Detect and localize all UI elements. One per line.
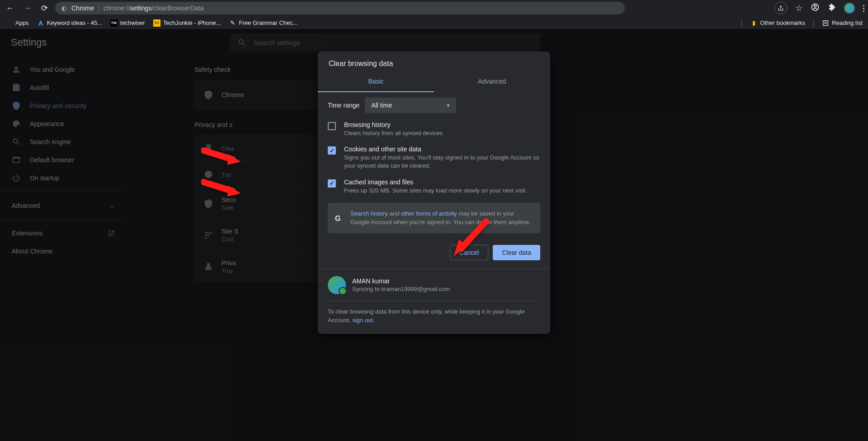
google-logo-icon: G bbox=[335, 213, 344, 222]
user-info-row: AMAN kumar Syncing to kraman19999@gmail.… bbox=[328, 276, 540, 301]
bookmark-item[interactable]: ✎ Free Grammar Chec... bbox=[229, 19, 298, 27]
back-button[interactable]: ← bbox=[4, 2, 16, 14]
tj-icon: TJ bbox=[153, 19, 160, 27]
browser-toolbar: ← → ⟳ ◐ Chrome chrome://settings/clearBr… bbox=[0, 0, 868, 16]
address-bar[interactable]: ◐ Chrome chrome://settings/clearBrowserD… bbox=[55, 2, 625, 14]
pen-icon: ✎ bbox=[229, 19, 236, 27]
settings-page: Settings Search settings You and Google … bbox=[0, 30, 868, 441]
profile-avatar[interactable] bbox=[844, 3, 855, 14]
modal-title: Clear browsing data bbox=[318, 52, 550, 71]
bookmarks-bar: Apps Keyword ideas - 45... TW techwiser … bbox=[0, 16, 868, 30]
tw-icon: TW bbox=[110, 19, 118, 27]
toolbar-right: ☆ bbox=[774, 2, 864, 14]
checkbox-checked[interactable] bbox=[328, 146, 336, 155]
tab-basic[interactable]: Basic bbox=[318, 71, 434, 92]
modal-overlay: Clear browsing data Basic Advanced Time … bbox=[0, 30, 868, 441]
time-range-select[interactable]: All time ▾ bbox=[365, 98, 456, 113]
clear-data-modal: Clear browsing data Basic Advanced Time … bbox=[318, 52, 550, 334]
checkbox-unchecked[interactable] bbox=[328, 122, 336, 130]
star-icon[interactable]: ☆ bbox=[795, 3, 802, 13]
svg-point-1 bbox=[814, 5, 816, 7]
apps-label: Apps bbox=[15, 19, 29, 26]
google-info-box: G Search history and other forms of acti… bbox=[328, 203, 540, 233]
checkbox-checked[interactable] bbox=[328, 179, 336, 188]
extensions-icon[interactable] bbox=[828, 3, 836, 14]
url-text: chrome://settings/clearBrowserData bbox=[104, 5, 204, 12]
apps-shortcut[interactable]: Apps bbox=[5, 19, 29, 27]
bookmark-item[interactable]: Keyword ideas - 45... bbox=[37, 19, 102, 27]
user-avatar bbox=[328, 276, 346, 294]
sign-out-link[interactable]: sign out bbox=[352, 317, 373, 324]
other-bookmarks[interactable]: ▮ Other bookmarks bbox=[750, 19, 805, 27]
time-range-label: Time range bbox=[328, 102, 359, 109]
search-history-link[interactable]: Search history bbox=[350, 210, 388, 217]
user-name: AMAN kumar bbox=[352, 277, 450, 285]
reading-list-icon bbox=[822, 19, 829, 27]
other-activity-link[interactable]: other forms of activity bbox=[401, 210, 457, 217]
clear-data-button[interactable]: Clear data bbox=[493, 245, 540, 260]
option-cookies[interactable]: Cookies and other site data Signs you ou… bbox=[328, 145, 540, 170]
separator bbox=[741, 19, 742, 27]
footer-text: To clear browsing data from this device … bbox=[328, 307, 540, 325]
google-ads-icon bbox=[37, 19, 44, 27]
apps-icon bbox=[5, 19, 13, 27]
folder-icon: ▮ bbox=[750, 19, 757, 27]
dropdown-icon: ▾ bbox=[447, 102, 450, 109]
menu-icon[interactable] bbox=[863, 5, 864, 12]
reading-list[interactable]: Reading list bbox=[822, 19, 863, 27]
account-icon[interactable] bbox=[811, 3, 820, 14]
option-cache[interactable]: Cached images and files Frees up 320 MB.… bbox=[328, 178, 540, 195]
bookmark-item[interactable]: TJ TechJunkie - iPhone... bbox=[153, 19, 221, 27]
tab-advanced[interactable]: Advanced bbox=[434, 71, 550, 92]
separator bbox=[813, 19, 814, 27]
share-icon[interactable] bbox=[774, 2, 787, 14]
cancel-button[interactable]: Cancel bbox=[450, 245, 489, 260]
forward-button[interactable]: → bbox=[21, 2, 33, 14]
site-info-icon: ◐ bbox=[61, 5, 67, 12]
modal-tabs: Basic Advanced bbox=[318, 71, 550, 92]
option-browsing-history[interactable]: Browsing history Clears history from all… bbox=[328, 121, 540, 137]
bookmark-item[interactable]: TW techwiser bbox=[110, 19, 145, 27]
reload-button[interactable]: ⟳ bbox=[38, 2, 51, 14]
user-sync-status: Syncing to kraman19999@gmail.com bbox=[352, 286, 450, 292]
chrome-label: Chrome bbox=[71, 5, 99, 12]
